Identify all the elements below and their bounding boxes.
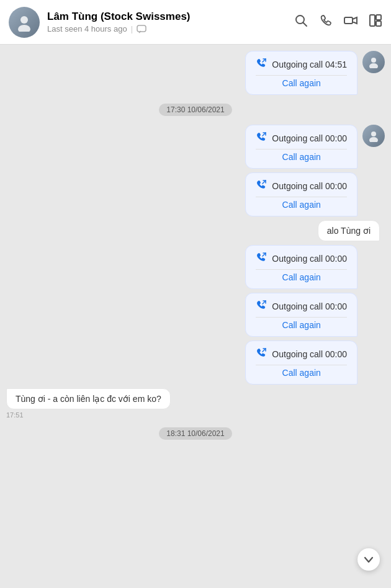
svg-point-9 — [371, 58, 376, 63]
date-label: 17:30 10/06/2021 — [159, 104, 231, 116]
scroll-to-bottom-button[interactable] — [357, 548, 380, 571]
search-icon[interactable] — [294, 14, 308, 30]
call-text: Outgoing call 00:00 — [272, 301, 347, 311]
message-row: Outgoing call 00:00 Call again — [6, 293, 385, 337]
call-again-button[interactable]: Call again — [256, 269, 347, 282]
call-bubble: Outgoing call 00:00 Call again — [245, 245, 357, 289]
call-text: Outgoing call 00:00 — [272, 133, 347, 143]
svg-point-11 — [371, 131, 376, 136]
date-separator: 17:30 10/06/2021 — [6, 104, 385, 116]
svg-point-0 — [20, 16, 28, 24]
phone-icon[interactable] — [319, 14, 333, 30]
last-seen-text: Last seen 4 hours ago — [47, 24, 127, 33]
chat-header: Lâm Tùng (Stock Swissmes) Last seen 4 ho… — [0, 0, 391, 45]
message-text: alo Tùng ơi — [327, 226, 371, 236]
call-icon — [256, 58, 267, 71]
call-info: Outgoing call 04:51 — [256, 58, 347, 71]
call-bubble: Outgoing call 00:00 Call again — [245, 341, 357, 385]
message-row: Outgoing call 04:51 Call again — [6, 51, 385, 95]
call-again-button[interactable]: Call again — [256, 197, 347, 210]
message-row: Outgoing call 00:00 Call again — [6, 125, 385, 169]
user-avatar — [362, 125, 385, 147]
incoming-bubble-container: Tùng ơi - a còn liên lạc đc với em ko? 1… — [6, 388, 171, 419]
call-icon — [256, 179, 267, 193]
svg-rect-7 — [376, 15, 381, 20]
incoming-message-row: Tùng ơi - a còn liên lạc đc với em ko? 1… — [6, 388, 385, 419]
call-bubble: Outgoing call 04:51 Call again — [245, 51, 357, 95]
svg-point-12 — [369, 137, 378, 142]
call-icon — [256, 252, 267, 265]
user-avatar — [362, 51, 385, 73]
call-icon — [256, 300, 267, 313]
chat-area: Outgoing call 04:51 Call again 17:30 10/… — [0, 45, 391, 588]
call-info: Outgoing call 00:00 — [256, 252, 347, 265]
call-icon — [256, 131, 267, 145]
svg-line-4 — [303, 23, 307, 27]
date-label: 18:31 10/06/2021 — [159, 427, 231, 440]
svg-point-10 — [369, 63, 378, 68]
call-info: Outgoing call 00:00 — [256, 179, 347, 193]
call-text: Outgoing call 00:00 — [272, 254, 347, 264]
header-actions — [294, 14, 382, 30]
call-again-button[interactable]: Call again — [256, 75, 347, 88]
call-info: Outgoing call 00:00 — [256, 131, 347, 145]
call-info: Outgoing call 00:00 — [256, 347, 347, 361]
last-seen: Last seen 4 hours ago | — [47, 24, 294, 34]
incoming-text-bubble: Tùng ơi - a còn liên lạc đc với em ko? — [6, 388, 171, 409]
call-icon — [256, 347, 267, 361]
separator: | — [131, 24, 133, 33]
message-row: Outgoing call 00:00 Call again — [6, 172, 385, 216]
contact-info: Lâm Tùng (Stock Swissmes) Last seen 4 ho… — [47, 11, 294, 34]
call-text: Outgoing call 00:00 — [272, 349, 347, 359]
call-bubble: Outgoing call 00:00 Call again — [245, 172, 357, 216]
date-separator-bottom: 18:31 10/06/2021 — [6, 427, 385, 440]
chat-status-icon — [137, 24, 146, 34]
contact-name: Lâm Tùng (Stock Swissmes) — [47, 11, 294, 23]
call-info: Outgoing call 00:00 — [256, 300, 347, 313]
call-bubble: Outgoing call 00:00 Call again — [245, 125, 357, 169]
contact-avatar — [9, 7, 40, 38]
text-bubble: alo Tùng ơi — [318, 220, 380, 241]
call-again-button[interactable]: Call again — [256, 317, 347, 330]
message-text: Tùng ơi - a còn liên lạc đc với em ko? — [16, 394, 161, 404]
call-again-button[interactable]: Call again — [256, 149, 347, 162]
call-again-button[interactable]: Call again — [256, 365, 347, 378]
svg-rect-5 — [344, 17, 353, 24]
message-time: 17:51 — [6, 411, 171, 419]
svg-rect-6 — [370, 15, 375, 26]
call-text: Outgoing call 04:51 — [272, 60, 347, 69]
svg-point-1 — [18, 25, 30, 32]
message-row: Outgoing call 00:00 Call again — [6, 245, 385, 289]
layout-icon[interactable] — [369, 14, 382, 30]
video-icon[interactable] — [344, 14, 357, 30]
call-bubble: Outgoing call 00:00 Call again — [245, 293, 357, 337]
message-row: Outgoing call 00:00 Call again — [6, 341, 385, 385]
text-message-row: alo Tùng ơi — [6, 220, 380, 241]
svg-rect-2 — [137, 25, 146, 32]
svg-rect-8 — [376, 21, 381, 26]
call-text: Outgoing call 00:00 — [272, 181, 347, 191]
